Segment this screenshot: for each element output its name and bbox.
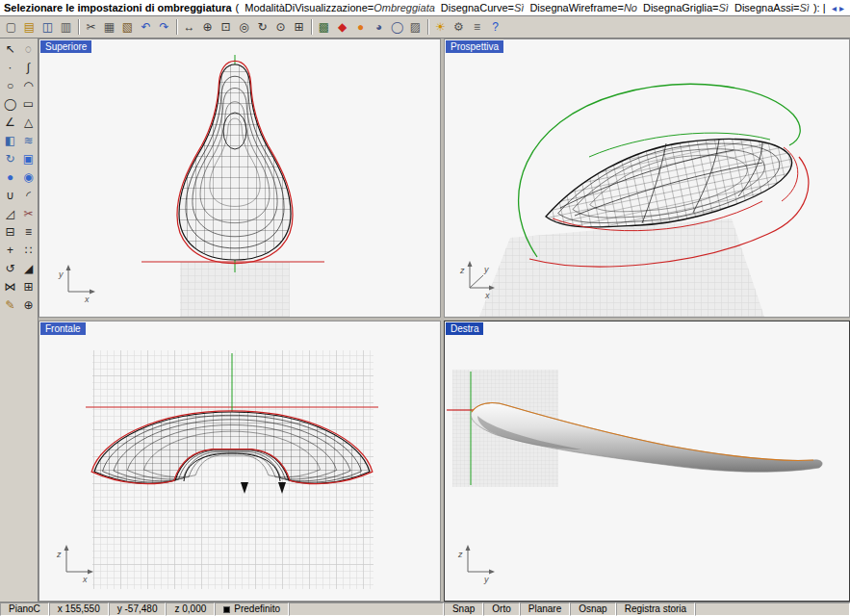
lamp-icon[interactable]: ☀ (431, 18, 450, 37)
standard-toolbar: ▢▤◫▥✂▦▧↶↷↔⊕⊡◎↻⊙⊞▩◆●◕◯▨☀⚙≡? (0, 16, 850, 38)
copy-icon[interactable]: ▦ (100, 18, 118, 37)
rectangle-icon[interactable]: ▭ (19, 95, 38, 114)
command-scroll-controls: ◂ ▸ (832, 1, 850, 15)
mirror-icon[interactable]: ⋈ (1, 278, 19, 296)
viewport-prospettiva[interactable]: Prospettiva (444, 38, 850, 318)
curve-icon[interactable]: ∫ (19, 59, 38, 77)
command-scroll-left-icon[interactable]: ◂ (832, 1, 837, 15)
record-history-toggle[interactable]: Registra storia (616, 603, 695, 616)
cplane-indicator[interactable]: PianoC (0, 603, 49, 616)
option-name: DisegnaWireframe= (529, 2, 624, 13)
viewport-title-superiore[interactable]: Superiore (40, 40, 91, 53)
fillet-icon[interactable]: ◜ (19, 187, 38, 205)
polyline-icon[interactable]: ∠ (1, 114, 19, 132)
cut-icon[interactable]: ✂ (82, 18, 100, 37)
solid-sphere-icon[interactable]: ● (1, 168, 19, 187)
selection-brush-icon[interactable]: ◌ (19, 40, 38, 59)
planar-toggle[interactable]: Planare (520, 603, 570, 616)
construction-grid (479, 218, 764, 317)
gear-icon[interactable]: ⚙ (450, 18, 468, 37)
solid-box-icon[interactable]: ▣ (19, 150, 38, 168)
viewport-superiore[interactable]: Superiore (39, 38, 441, 318)
zoom-selected-icon[interactable]: ⊙ (271, 18, 290, 37)
svg-text:z: z (459, 266, 465, 275)
saddle-perspective-mesh (536, 131, 801, 232)
array-icon[interactable]: ⊞ (19, 278, 38, 296)
layer-indicator[interactable]: Predefinito (215, 603, 289, 616)
chamfer-icon[interactable]: ◿ (1, 205, 19, 223)
osnap-toggle[interactable]: Osnap (570, 603, 615, 616)
undo-icon[interactable]: ↶ (137, 18, 155, 37)
option-value: Sì (514, 2, 524, 13)
open-file-icon[interactable]: ▤ (20, 18, 39, 37)
viewport-layout-icon[interactable]: ⊞ (290, 18, 308, 37)
coord-y-readout: y -57,480 (109, 603, 167, 616)
surface-loft-icon[interactable]: ≋ (19, 132, 38, 150)
help-icon[interactable]: ? (486, 18, 504, 37)
rotate-view-icon[interactable]: ↻ (253, 18, 271, 37)
new-file-icon[interactable]: ▢ (2, 18, 20, 37)
print-icon[interactable]: ▥ (57, 18, 75, 37)
viewport-title-frontale[interactable]: Frontale (40, 322, 86, 335)
properties-icon[interactable]: ≡ (468, 18, 486, 37)
zoom-extents-icon[interactable]: ◎ (235, 18, 253, 37)
boolean-union-icon[interactable]: ∪ (1, 187, 19, 205)
viewport-destra[interactable]: Destra z y (444, 321, 850, 602)
point-icon[interactable]: ∙ (1, 59, 19, 77)
trim-icon[interactable]: ✂ (19, 205, 38, 223)
command-option-draw-wireframe[interactable]: DisegnaWireframe=No (529, 2, 637, 13)
prospettiva-canvas[interactable]: z x y (445, 39, 849, 317)
redo-icon[interactable]: ↷ (155, 18, 173, 37)
polygon-icon[interactable]: △ (19, 114, 38, 132)
select-pointer-icon[interactable]: ↖ (1, 40, 19, 59)
surface-plane-icon[interactable]: ◧ (1, 132, 19, 150)
osnap-table-icon[interactable]: ▩ (315, 18, 333, 37)
viewport-title-destra[interactable]: Destra (446, 322, 483, 335)
layer-color-swatch (223, 606, 230, 613)
rotate-object-icon[interactable]: ↺ (1, 260, 19, 278)
paste-icon[interactable]: ▧ (118, 18, 137, 37)
command-paren-open: ( (236, 2, 240, 13)
command-option-draw-curves[interactable]: DisegnaCurve=Sì (441, 2, 525, 13)
frontale-canvas[interactable]: z x (39, 321, 440, 601)
wireframe-view-icon[interactable]: ◯ (388, 18, 406, 37)
option-name: DisegnaCurve= (441, 2, 514, 13)
zoom-tool-icon[interactable]: ⊕ (19, 296, 38, 315)
circle-icon[interactable]: ○ (1, 77, 19, 95)
offset-icon[interactable]: ≡ (19, 223, 38, 242)
scale-object-icon[interactable]: ◢ (19, 260, 38, 278)
save-file-icon[interactable]: ◫ (39, 18, 57, 37)
svg-text:z: z (56, 550, 62, 559)
surface-revolve-icon[interactable]: ↻ (1, 150, 19, 168)
command-option-draw-grid[interactable]: DisegnaGriglia=Sì (643, 2, 729, 13)
snap-toggle[interactable]: Snap (444, 603, 483, 616)
arc-icon[interactable]: ◠ (19, 77, 38, 95)
ellipse-icon[interactable]: ◯ (1, 95, 19, 114)
render-car-icon[interactable]: ◆ (333, 18, 351, 37)
coord-z-readout: z 0,000 (166, 603, 215, 616)
render-icon[interactable]: ● (351, 18, 370, 37)
split-icon[interactable]: ⊟ (1, 223, 19, 242)
superiore-canvas[interactable]: y x (39, 39, 440, 317)
svg-text:y: y (58, 270, 64, 279)
viewport-title-prospettiva[interactable]: Prospettiva (446, 40, 503, 53)
command-option-draw-axes[interactable]: DisegnaAssi=Sì (734, 2, 810, 13)
coord-x-readout: x 155,550 (49, 603, 109, 616)
axis-gizmo: z x (56, 545, 93, 584)
command-option-display-mode[interactable]: ModalitàDiVisualizzazione=Ombreggiata (245, 2, 435, 13)
ortho-toggle[interactable]: Orto (483, 603, 519, 616)
named-views-icon[interactable]: ▨ (406, 18, 425, 37)
zoom-dynamic-icon[interactable]: ⊕ (198, 18, 217, 37)
shaded-view-icon[interactable]: ◕ (370, 18, 388, 37)
pan-view-icon[interactable]: ↔ (180, 18, 198, 37)
command-scroll-right-icon[interactable]: ▸ (839, 1, 844, 15)
copy-object-icon[interactable]: ∷ (19, 242, 38, 260)
command-bar[interactable]: Selezionare le impostazioni di ombreggia… (0, 0, 850, 16)
move-icon[interactable]: + (1, 242, 19, 260)
zoom-window-icon[interactable]: ⊡ (217, 18, 235, 37)
viewport-frontale[interactable]: Frontale (39, 321, 441, 602)
solid-cylinder-icon[interactable]: ◉ (19, 168, 38, 187)
option-name: DisegnaAssi= (734, 2, 800, 13)
annotate-icon[interactable]: ✎ (1, 296, 19, 315)
destra-canvas[interactable]: z y (445, 321, 849, 601)
